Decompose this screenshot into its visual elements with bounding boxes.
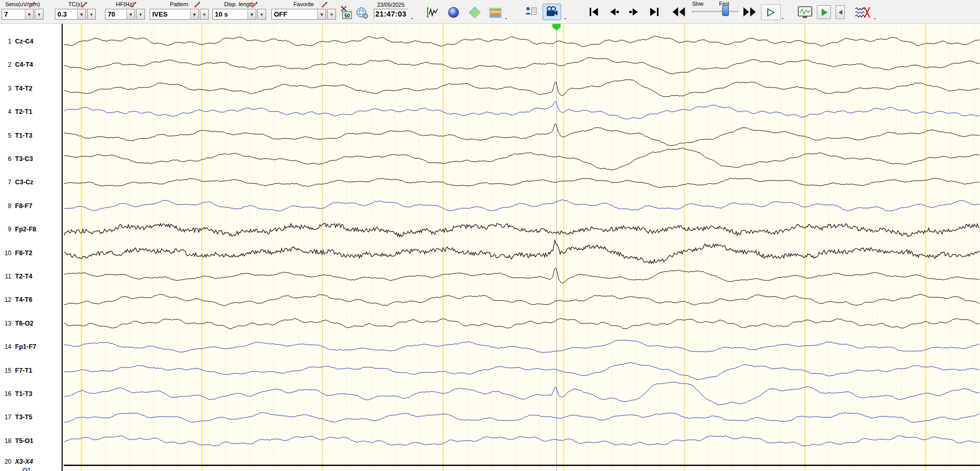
edit-pencil-icon[interactable] bbox=[194, 1, 200, 8]
eeg-trace-canvas[interactable] bbox=[0, 24, 980, 471]
channel-label: Fp2-F8 bbox=[15, 226, 36, 233]
favorite-combobox[interactable]: OFF ▾ bbox=[271, 9, 326, 20]
edit-pencil-icon[interactable] bbox=[321, 1, 328, 8]
tc-combobox[interactable]: 0.3 ▾ bbox=[55, 9, 86, 20]
edit-pencil-icon[interactable] bbox=[81, 1, 87, 8]
channel-number: 5 bbox=[0, 132, 11, 139]
channel-row[interactable]: 13T6-O2 bbox=[0, 319, 61, 328]
spectrum-diamond-icon bbox=[468, 6, 481, 19]
disp-length-combobox[interactable]: 10 s ▾ bbox=[212, 9, 256, 20]
channel-row[interactable]: 17T3-T5 bbox=[0, 413, 61, 422]
clip-eeg-button[interactable] bbox=[853, 5, 872, 20]
hf-dropdown-button[interactable]: ▾ bbox=[136, 9, 145, 20]
param-disp-length: Disp. length 10 s ▾ ▾ bbox=[212, 1, 266, 20]
monitor-waveform-button[interactable] bbox=[796, 5, 814, 20]
toolbar-overflow-button[interactable]: . bbox=[564, 14, 566, 20]
channel-row[interactable]: 14Fp1-F7 bbox=[0, 342, 61, 351]
toolbar-overflow-button[interactable]: . bbox=[411, 14, 413, 20]
play-button[interactable] bbox=[761, 4, 781, 20]
spectrum-button[interactable] bbox=[467, 5, 482, 20]
svg-text:50: 50 bbox=[344, 13, 350, 19]
channel-label: X3-X4 bbox=[15, 458, 33, 465]
sens-dropdown-button[interactable]: ▾ bbox=[35, 9, 43, 20]
hf-combobox[interactable]: 70 ▾ bbox=[105, 9, 135, 20]
channel-label: Cz-C4 bbox=[15, 38, 33, 45]
channel-row[interactable]: 16T1-T3 bbox=[0, 389, 61, 399]
channel-row[interactable]: 3T4-T2 bbox=[0, 84, 61, 93]
favorite-value: OFF bbox=[274, 10, 317, 18]
channel-label: T3-T5 bbox=[15, 414, 32, 421]
channel-number: 17 bbox=[0, 414, 11, 421]
skip-to-start-button[interactable] bbox=[587, 5, 601, 19]
rewind-button[interactable] bbox=[670, 5, 687, 19]
channel-row[interactable]: 15F7-T1 bbox=[0, 366, 61, 375]
edit-pencil-icon[interactable] bbox=[251, 1, 258, 8]
channel-row[interactable]: 12T4-T6 bbox=[0, 295, 61, 304]
channel-row[interactable]: 18T5-O1 bbox=[0, 436, 61, 446]
param-hf: HF(Hz) 70 ▾ ▾ bbox=[105, 1, 145, 20]
collapse-panel-button[interactable] bbox=[836, 5, 845, 19]
channel-row[interactable]: 5T1-T3 bbox=[0, 131, 61, 140]
fast-forward-button[interactable] bbox=[741, 5, 758, 19]
video-sync-button[interactable] bbox=[543, 4, 561, 20]
toolbar-overflow-button[interactable]: . bbox=[505, 14, 507, 20]
channel-row[interactable]: 4T2-T1 bbox=[0, 107, 61, 116]
channel-row[interactable]: 2C4-T4 bbox=[0, 60, 61, 69]
channel-row[interactable]: 10F8-T2 bbox=[0, 248, 61, 258]
channel-number: 13 bbox=[0, 320, 11, 327]
chevron-down-icon: ▾ bbox=[25, 9, 33, 19]
toolbar-overflow-button[interactable]: . bbox=[874, 14, 875, 20]
step-back-icon bbox=[608, 6, 620, 18]
disp-length-dropdown-button[interactable]: ▾ bbox=[257, 9, 266, 20]
rewind-icon bbox=[671, 6, 686, 18]
channel-number: 4 bbox=[0, 108, 11, 115]
channel-label: T3-C3 bbox=[15, 155, 33, 163]
disp-length-value: 10 s bbox=[215, 10, 247, 18]
trend-map-icon bbox=[489, 7, 502, 19]
tc-value: 0.3 bbox=[57, 10, 77, 18]
tc-dropdown-button[interactable]: ▾ bbox=[87, 9, 96, 20]
channel-row[interactable]: 6T3-C3 bbox=[0, 154, 61, 164]
channel-number: 6 bbox=[0, 155, 11, 163]
channel-label: F8-F7 bbox=[15, 202, 32, 210]
date-label: 23/05/2025 bbox=[374, 2, 408, 8]
channel-row[interactable]: 11T2-T4 bbox=[0, 272, 61, 281]
patient-info-button[interactable] bbox=[524, 5, 538, 20]
chevron-left-icon bbox=[837, 9, 843, 16]
green-play-icon bbox=[820, 8, 829, 17]
skip-start-icon bbox=[588, 6, 600, 18]
montage-map-button[interactable] bbox=[355, 6, 370, 20]
toolbar: Sens(uV/mm) 7 ▾ ▾ TC(s) 0.3 ▾ ▾ HF(Hz) 7… bbox=[0, 0, 980, 24]
speed-slider-thumb[interactable] bbox=[722, 5, 729, 16]
step-back-button[interactable] bbox=[607, 5, 621, 19]
speed-slider-track[interactable] bbox=[692, 11, 739, 13]
channel-number: 2 bbox=[0, 61, 11, 68]
channel-label: T5-O1 bbox=[15, 437, 33, 445]
hf-value: 70 bbox=[108, 10, 126, 18]
toolbar-overflow-button[interactable]: . bbox=[782, 14, 783, 20]
play-outline-icon bbox=[766, 8, 776, 17]
sens-value: 7 bbox=[4, 10, 25, 18]
filter-50hz-button[interactable]: 50 bbox=[339, 5, 354, 20]
channel-row[interactable]: 8F8-F7 bbox=[0, 201, 61, 211]
waveform-measure-button[interactable] bbox=[425, 5, 440, 20]
auto-play-button[interactable] bbox=[817, 5, 831, 19]
channel-row[interactable]: 7C3-Cz bbox=[0, 178, 61, 187]
pattern-combobox[interactable]: IVES ▾ bbox=[150, 9, 199, 20]
pattern-dropdown-button[interactable]: ▾ bbox=[200, 9, 209, 20]
step-forward-button[interactable] bbox=[627, 5, 641, 19]
channel-label: T4-T2 bbox=[15, 85, 32, 92]
topography-button[interactable] bbox=[446, 5, 461, 20]
trend-map-button[interactable] bbox=[489, 6, 502, 20]
favorite-dropdown-button[interactable]: ▾ bbox=[327, 9, 336, 20]
channel-row[interactable]: 9Fp2-F8 bbox=[0, 225, 61, 234]
edit-pencil-icon[interactable] bbox=[130, 1, 137, 8]
param-tc: TC(s) 0.3 ▾ ▾ bbox=[55, 1, 96, 20]
skip-to-end-button[interactable] bbox=[647, 5, 662, 19]
channel-label: T2-T1 bbox=[15, 108, 32, 115]
edit-pencil-icon[interactable] bbox=[28, 1, 35, 8]
sens-combobox[interactable]: 7 ▾ bbox=[2, 9, 34, 20]
chevron-down-icon: ▾ bbox=[247, 9, 256, 19]
channel-row[interactable]: 20X3-X4 bbox=[0, 457, 61, 466]
channel-row[interactable]: 1Cz-C4 bbox=[0, 37, 61, 46]
